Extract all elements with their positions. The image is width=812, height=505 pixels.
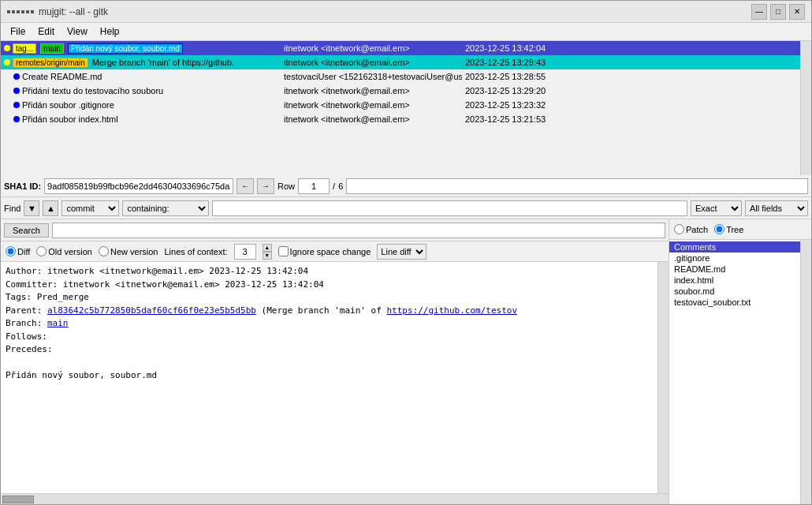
commit-row-5[interactable]: Přidán soubor index.html itnetwork <itne… [1, 112, 800, 126]
dot-1 [4, 59, 10, 65]
commit-row-3[interactable]: Přidání textu do testovacího souboru itn… [1, 84, 800, 98]
exact-select[interactable]: Exact IgnCase Regexp [691, 200, 742, 216]
spin-up-button[interactable]: ▲ [263, 244, 272, 252]
file-item-2[interactable]: README.md [669, 264, 800, 275]
diff-vscroll[interactable] [657, 262, 669, 493]
diff-hscroll[interactable] [1, 493, 669, 504]
commit-author-4: itnetwork <itnetwork@email.em> [281, 100, 462, 110]
find-down-button[interactable]: ▼ [24, 200, 39, 216]
nav-search-input[interactable] [346, 178, 808, 194]
old-version-label: Old version [48, 247, 92, 256]
commit-vscroll[interactable] [800, 41, 811, 175]
commit-date-4: 2023-12-25 13:23:32 [462, 100, 800, 110]
minimize-button[interactable]: — [751, 4, 767, 20]
commit-row-2[interactable]: Create README.md testovaciUser <15216231… [1, 69, 800, 84]
dot-3 [13, 88, 20, 94]
commit-author-2: testovaciUser <152162318+testovaciUser@u… [281, 72, 462, 81]
file-vscroll[interactable] [800, 240, 811, 504]
window-title: mujgit: --all - gitk [39, 6, 108, 17]
file-item-5[interactable]: testovaci_soubor.txt [669, 297, 800, 308]
right-panel: Patch Tree Comments .gitignore README.md [669, 219, 811, 504]
ignore-space-checkbox[interactable] [278, 246, 289, 256]
patch-label: Patch [686, 225, 708, 234]
commit-row-0[interactable]: tag... main Přidán nový soubor, soubor.m… [1, 41, 800, 55]
tree-radio-label[interactable]: Tree [714, 224, 743, 234]
find-up-button[interactable]: ▲ [43, 200, 58, 216]
menu-file[interactable]: File [4, 24, 32, 39]
commit-msg-3: Přidání textu do testovacího souboru [22, 86, 163, 95]
row-separator: / [333, 181, 335, 191]
branch-link[interactable]: main [47, 318, 69, 328]
diff-line-3: Tags: Pred_merge [6, 291, 653, 305]
spin-down-button[interactable]: ▼ [263, 252, 272, 260]
old-version-radio-label[interactable]: Old version [36, 246, 92, 256]
file-item-1[interactable]: .gitignore [669, 252, 800, 264]
patch-radio[interactable] [674, 224, 684, 234]
dot-4 [13, 102, 20, 108]
find-label: Find [4, 204, 20, 213]
parent-text: (Merge branch 'main' of [256, 305, 387, 316]
commit-date-0: 2023-12-25 13:42:04 [462, 43, 800, 53]
commit-graph-2: Create README.md [1, 72, 281, 81]
menu-help[interactable]: Help [94, 24, 126, 39]
file-item-4[interactable]: soubor.md [669, 286, 800, 297]
hscroll-thumb[interactable] [2, 496, 34, 503]
remote-label-1: remotes/origin/main [13, 58, 88, 68]
find-type-select[interactable]: commit author committer diff [61, 200, 119, 216]
tree-label: Tree [726, 225, 743, 234]
parent-link[interactable]: al83642c5b772850b5daf60cf66f0e23e5b5d5bb [47, 305, 256, 316]
commit-area: tag... main Přidán nový soubor, soubor.m… [1, 41, 811, 175]
fields-select[interactable]: All fields Headline Comments Author Comm… [745, 200, 808, 216]
diff-line-4: Parent: al83642c5b772850b5daf60cf66f0e23… [6, 305, 653, 318]
bottom-row: Search Diff Old version [1, 219, 811, 504]
menu-view[interactable]: View [61, 24, 94, 39]
menu-edit[interactable]: Edit [32, 24, 61, 39]
search-button[interactable]: Search [4, 223, 49, 238]
branch-prefix: Branch: [6, 318, 47, 328]
window-controls: — □ ✕ [751, 4, 805, 20]
search-result-input[interactable] [52, 223, 665, 238]
diff-text-area[interactable]: Author: itnetwork <itnetwork@email.em> 2… [1, 262, 657, 493]
old-version-radio[interactable] [36, 246, 47, 256]
diff-line-2: Committer: itnetwork <itnetwork@email.em… [6, 279, 653, 292]
file-list-wrapper: Comments .gitignore README.md index.html… [669, 240, 811, 504]
find-text-input[interactable] [212, 200, 687, 216]
diff-panel: Search Diff Old version [1, 219, 669, 504]
file-item-3[interactable]: index.html [669, 275, 800, 286]
commit-row-4[interactable]: Přidán soubor .gitignore itnetwork <itne… [1, 98, 800, 112]
sha1-input[interactable] [44, 178, 233, 194]
tree-radio[interactable] [714, 224, 724, 234]
diff-radio[interactable] [6, 246, 16, 256]
commit-date-2: 2023-12-25 13:28:55 [462, 72, 800, 81]
diff-line-9: Přidán nový soubor, soubor.md [6, 369, 653, 383]
main-window: mujgit: --all - gitk — □ ✕ File Edit Vie… [0, 0, 812, 505]
file-item-0[interactable]: Comments [669, 241, 800, 252]
ignore-space-text: Ignore space change [290, 247, 371, 256]
total-rows: 6 [338, 181, 343, 191]
sha1-label: SHA1 ID: [4, 181, 41, 191]
close-button[interactable]: ✕ [789, 4, 805, 20]
commit-row-1[interactable]: remotes/origin/main Merge branch 'main' … [1, 55, 800, 69]
maximize-button[interactable]: □ [770, 4, 786, 20]
commit-graph-4: Přidán soubor .gitignore [1, 100, 281, 110]
nav-back-button[interactable]: ← [237, 178, 254, 194]
title-bar: mujgit: --all - gitk — □ ✕ [1, 1, 811, 23]
line-diff-select[interactable]: Line diff Markup Worddiff [377, 244, 426, 260]
nav-forward-button[interactable]: → [257, 178, 274, 194]
ignore-space-label[interactable]: Ignore space change [278, 246, 371, 256]
new-version-radio[interactable] [99, 246, 109, 256]
github-link[interactable]: https://github.com/testov [386, 305, 517, 316]
lines-context-input[interactable] [234, 244, 256, 260]
diff-radio-label[interactable]: Diff [6, 246, 30, 256]
title-bar-left: mujgit: --all - gitk [7, 6, 108, 17]
current-row-input[interactable] [298, 178, 330, 194]
search-bar: Search [1, 219, 669, 241]
diff-label: Diff [17, 247, 30, 256]
find-contains-select[interactable]: containing: not containing: touching pat… [122, 200, 209, 216]
new-version-radio-label[interactable]: New version [99, 246, 158, 256]
commit-graph-3: Přidání textu do testovacího souboru [1, 86, 281, 95]
patch-tree-bar: Patch Tree [669, 219, 811, 240]
context-spinner[interactable]: ▲ ▼ [263, 244, 272, 260]
sha1-bar: SHA1 ID: ← → Row / 6 [1, 175, 811, 197]
patch-radio-label[interactable]: Patch [674, 224, 708, 234]
